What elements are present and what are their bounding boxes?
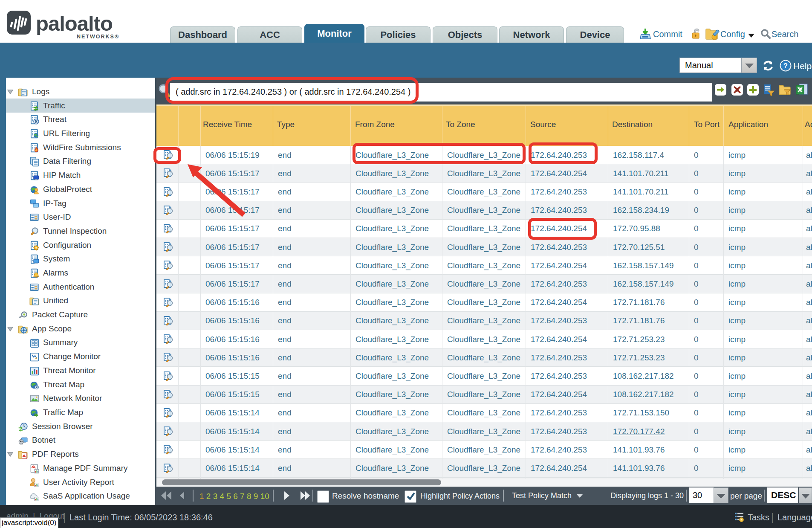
svg-text:NETWORKS®: NETWORKS®: [77, 34, 119, 40]
svg-text:?: ?: [783, 62, 788, 70]
svg-text:paloalto: paloalto: [36, 12, 113, 35]
